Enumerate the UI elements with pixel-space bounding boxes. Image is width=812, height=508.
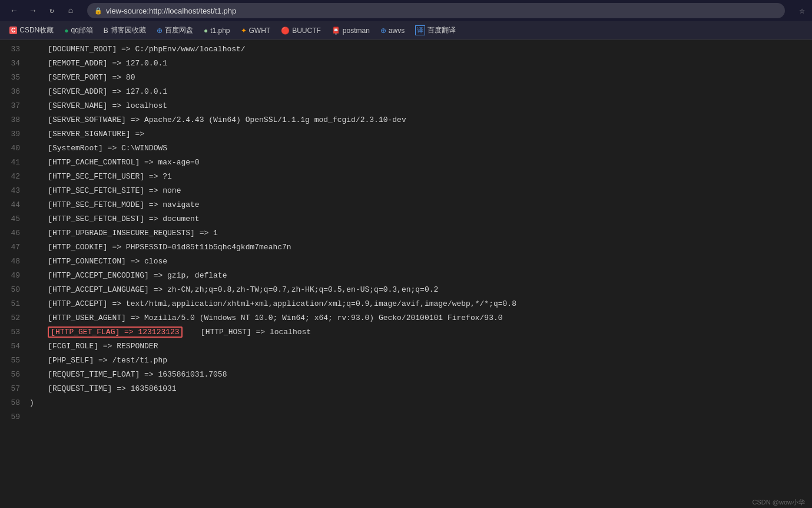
lock-icon: 🔒 (94, 7, 102, 15)
bookmark-baidu-pan-label: 百度网盘 (165, 25, 193, 35)
line-number: 41 (0, 156, 29, 169)
line-content: [HTTP_CONNECTION] => close (29, 255, 812, 268)
line-content: [HTTP_SEC_FETCH_USER] => ?1 (29, 170, 812, 183)
code-line: 54 [FCGI_ROLE] => RESPONDER (0, 339, 812, 354)
bookmarks-bar: C CSDN收藏 ● qq邮箱 B 博客园收藏 ⊕ 百度网盘 ● t1.php … (0, 21, 812, 40)
baidu-translate-icon: 译 (415, 25, 425, 35)
line-number: 54 (0, 340, 29, 353)
bookmark-gwht[interactable]: ✦ GWHT (236, 25, 276, 37)
line-number: 58 (0, 397, 29, 410)
csdn-icon: C (9, 27, 17, 34)
line-number: 53 (0, 326, 29, 339)
line-content: [REQUEST_TIME] => 1635861031 (29, 382, 812, 395)
line-number: 46 (0, 227, 29, 240)
bookmark-cnblogs[interactable]: B 博客园收藏 (99, 24, 151, 37)
bookmark-buuctf-label: BUUCTF (292, 27, 321, 35)
bookmark-buuctf[interactable]: 🔴 BUUCTF (276, 25, 326, 37)
code-line: 46 [HTTP_UPGRADE_INSECURE_REQUESTS] => 1 (0, 226, 812, 240)
code-line: 59 (0, 410, 812, 424)
line-content: ) (29, 397, 812, 410)
line-number: 52 (0, 312, 29, 325)
line-number: 55 (0, 354, 29, 367)
bookmark-star-button[interactable]: ☆ (799, 5, 805, 17)
code-area: 33 [DOCUMENT_ROOT] => C:/phpEnv/www/loca… (0, 40, 812, 508)
bookmark-csdn-label: CSDN收藏 (19, 25, 54, 35)
forward-button[interactable]: → (26, 4, 40, 18)
line-content: [HTTP_CACHE_CONTROL] => max-age=0 (29, 156, 812, 169)
line-number: 44 (0, 199, 29, 212)
bookmark-awvs[interactable]: ⊕ awvs (376, 25, 409, 37)
home-button[interactable]: ⌂ (64, 4, 78, 18)
code-line: 37 [SERVER_NAME] => localhost (0, 99, 812, 113)
browser-chrome: ← → ↻ ⌂ 🔒 view-source:http://localhost/t… (0, 0, 812, 40)
line-number: 51 (0, 298, 29, 311)
line-content: [HTTP_COOKIE] => PHPSESSID=01d85t1ib5qhc… (29, 241, 812, 254)
line-content: [FCGI_ROLE] => RESPONDER (29, 340, 812, 353)
line-content: [REQUEST_TIME_FLOAT] => 1635861031.7058 (29, 368, 812, 381)
code-line: 53 [HTTP_GET_FLAG] => 123123123 [HTTP_HO… (0, 325, 812, 339)
line-content: [REMOTE_ADDR] => 127.0.0.1 (29, 57, 812, 70)
bookmark-gwht-label: GWHT (249, 27, 271, 35)
line-content: [HTTP_SEC_FETCH_DEST] => document (29, 213, 812, 226)
line-number: 48 (0, 255, 29, 268)
code-line: 51 [HTTP_ACCEPT] => text/html,applicatio… (0, 297, 812, 311)
address-bar[interactable]: 🔒 view-source:http://localhost/test/t1.p… (87, 3, 785, 18)
reload-button[interactable]: ↻ (45, 4, 59, 18)
line-number: 56 (0, 368, 29, 381)
code-line: 40 [SystemRoot] => C:\WINDOWS (0, 141, 812, 156)
t1php-icon: ● (204, 27, 208, 35)
bookmark-csdn[interactable]: C CSDN收藏 (5, 24, 58, 37)
code-line: 43 [HTTP_SEC_FETCH_SITE] => none (0, 184, 812, 198)
code-line: 47 [HTTP_COOKIE] => PHPSESSID=01d85t1ib5… (0, 240, 812, 255)
bookmark-baidu-pan[interactable]: ⊕ 百度网盘 (152, 24, 198, 37)
code-line: 35 [SERVER_PORT] => 80 (0, 71, 812, 85)
status-bar: CSDN @wow小华 (745, 497, 812, 508)
line-number: 33 (0, 43, 29, 56)
code-line: 56 [REQUEST_TIME_FLOAT] => 1635861031.70… (0, 368, 812, 382)
bookmark-qq[interactable]: ● qq邮箱 (59, 24, 98, 37)
address-text: view-source:http://localhost/test/t1.php (106, 6, 236, 15)
title-bar: ← → ↻ ⌂ 🔒 view-source:http://localhost/t… (0, 0, 812, 21)
line-content: [SERVER_PORT] => 80 (29, 71, 812, 84)
line-content: [HTTP_SEC_FETCH_SITE] => none (29, 184, 812, 197)
line-number: 57 (0, 382, 29, 395)
back-button[interactable]: ← (7, 4, 21, 18)
code-line: 57 [REQUEST_TIME] => 1635861031 (0, 382, 812, 396)
line-content: [HTTP_USER_AGENT] => Mozilla/5.0 (Window… (29, 312, 812, 325)
line-content: [SERVER_SIGNATURE] => (29, 128, 812, 141)
code-line: 52 [HTTP_USER_AGENT] => Mozilla/5.0 (Win… (0, 311, 812, 325)
line-content: [HTTP_SEC_FETCH_MODE] => navigate (29, 199, 812, 212)
bookmark-postman[interactable]: 📮 postman (327, 25, 374, 37)
line-content: [HTTP_GET_FLAG] => 123123123 [HTTP_HOST]… (29, 326, 812, 339)
bookmark-awvs-label: awvs (389, 27, 405, 35)
line-number: 47 (0, 241, 29, 254)
code-line: 39 [SERVER_SIGNATURE] => (0, 127, 812, 141)
awvs-icon: ⊕ (380, 27, 386, 35)
line-number: 39 (0, 128, 29, 141)
code-line: 45 [HTTP_SEC_FETCH_DEST] => document (0, 212, 812, 226)
bookmark-t1php-label: t1.php (210, 27, 230, 35)
code-line: 44 [HTTP_SEC_FETCH_MODE] => navigate (0, 198, 812, 212)
code-line: 49 [HTTP_ACCEPT_ENCODING] => gzip, defla… (0, 269, 812, 283)
bookmark-t1php[interactable]: ● t1.php (199, 25, 235, 37)
line-number: 38 (0, 114, 29, 127)
line-number: 45 (0, 213, 29, 226)
line-content: [SystemRoot] => C:\WINDOWS (29, 142, 812, 155)
baidu-pan-icon: ⊕ (157, 27, 163, 35)
bookmark-cnblogs-label: 博客园收藏 (111, 25, 146, 35)
qq-icon: ● (64, 27, 68, 35)
line-content: [HTTP_ACCEPT] => text/html,application/x… (29, 298, 812, 311)
code-line: 55 [PHP_SELF] => /test/t1.php (0, 354, 812, 368)
line-number: 35 (0, 71, 29, 84)
line-number: 50 (0, 283, 29, 296)
flag-highlight: [HTTP_GET_FLAG] => 123123123 (48, 326, 182, 338)
line-content: [SERVER_ADDR] => 127.0.0.1 (29, 85, 812, 98)
code-line: 58) (0, 396, 812, 410)
line-number: 59 (0, 411, 29, 424)
line-number: 43 (0, 184, 29, 197)
bookmark-baidu-translate[interactable]: 译 百度翻译 (410, 24, 460, 37)
line-number: 49 (0, 269, 29, 282)
code-line: 50 [HTTP_ACCEPT_LANGUAGE] => zh-CN,zh;q=… (0, 283, 812, 297)
postman-icon: 📮 (332, 27, 340, 35)
code-line: 38 [SERVER_SOFTWARE] => Apache/2.4.43 (W… (0, 113, 812, 127)
